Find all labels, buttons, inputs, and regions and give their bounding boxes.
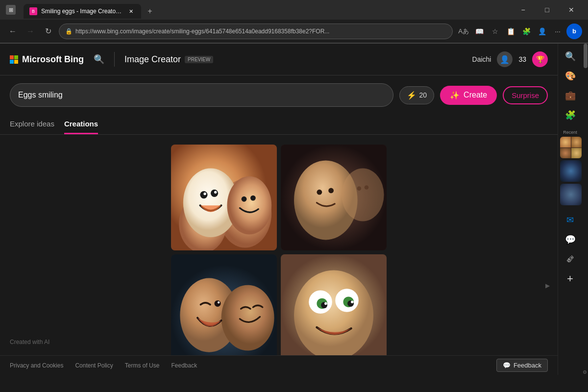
url-bar[interactable]: 🔒 https://www.bing.com/images/create/smi…: [59, 24, 453, 39]
user-avatar[interactable]: 👤: [497, 51, 513, 67]
image-cell-1[interactable]: [171, 145, 277, 250]
feedback-button[interactable]: 💬 Feedback: [496, 359, 548, 372]
main-area: Microsoft Bing 🔍 Image Creator PREVIEW D…: [0, 44, 588, 375]
sidebar-palette-icon[interactable]: 🎨: [562, 67, 579, 85]
svg-point-14: [328, 188, 334, 194]
read-aloud-icon[interactable]: Aあ: [457, 24, 470, 38]
recent-thumb-1[interactable]: [560, 137, 582, 158]
sidebar-outlook-icon[interactable]: ✉: [562, 211, 579, 229]
surprise-label: Surprise: [512, 91, 539, 99]
egg-image-1: [171, 145, 277, 250]
content-tabs: Explore ideas Creations: [0, 115, 558, 135]
create-icon: ✨: [450, 91, 460, 100]
more-tools-icon[interactable]: ···: [551, 24, 564, 38]
maximize-button[interactable]: □: [536, 2, 558, 17]
bing-copilot-icon[interactable]: b: [566, 24, 582, 39]
create-label: Create: [464, 91, 487, 99]
svg-point-7: [214, 191, 217, 194]
profile-icon[interactable]: ⊞: [6, 5, 16, 15]
top-nav: Microsoft Bing 🔍 Image Creator PREVIEW D…: [0, 44, 558, 75]
sidebar-news-icon[interactable]: 🗞: [562, 250, 579, 268]
preview-badge: PREVIEW: [185, 56, 213, 63]
footer: Privacy and Cookies Content Policy Terms…: [0, 355, 558, 375]
browser-chrome: ⊞ B Smiling eggs - Image Creator fro ✕ +…: [0, 0, 588, 44]
microsoft-logo: [10, 55, 18, 64]
nav-search-icon[interactable]: 🔍: [94, 54, 104, 65]
svg-point-5: [211, 190, 218, 197]
close-button[interactable]: ✕: [560, 2, 582, 17]
content-policy-link[interactable]: Content Policy: [75, 362, 113, 369]
account-icon[interactable]: 👤: [535, 24, 549, 38]
tab-explore-ideas[interactable]: Explore ideas: [10, 115, 54, 134]
recent-title: Recent: [560, 130, 580, 135]
trophy-icon: 🏆: [532, 51, 548, 67]
window-controls: − □ ✕: [512, 2, 582, 17]
explore-ideas-label: Explore ideas: [10, 120, 54, 128]
svg-point-22: [218, 301, 220, 303]
recent-section: Recent: [558, 128, 582, 209]
svg-point-21: [215, 300, 221, 307]
egg-image-2: [281, 145, 387, 250]
new-tab-button[interactable]: +: [143, 4, 157, 18]
svg-point-6: [203, 193, 206, 195]
sidebar-messenger-icon[interactable]: 💬: [562, 231, 579, 248]
forward-button[interactable]: →: [24, 24, 37, 38]
boost-icon: ⚡: [407, 91, 416, 100]
sidebar-search-icon[interactable]: 🔍: [562, 48, 579, 65]
feedback-icon: 💬: [503, 362, 511, 369]
minimize-button[interactable]: −: [512, 2, 534, 17]
active-tab[interactable]: B Smiling eggs - Image Creator fro ✕: [24, 4, 141, 19]
create-button[interactable]: ✨ Create: [440, 86, 497, 105]
svg-point-8: [227, 176, 271, 235]
recent-mini-2: [571, 137, 582, 147]
search-input[interactable]: [18, 91, 385, 99]
feedback-label: Feedback: [514, 362, 541, 369]
svg-point-10: [250, 196, 256, 201]
collections-icon[interactable]: 📋: [504, 24, 517, 38]
svg-point-20: [221, 285, 274, 351]
surprise-button[interactable]: Surprise: [503, 86, 548, 104]
image-cell-2[interactable]: [281, 145, 387, 250]
title-bar: ⊞ B Smiling eggs - Image Creator fro ✕ +…: [0, 0, 588, 20]
scroll-settings[interactable]: ⚙: [582, 369, 588, 375]
browser-toolbar: Aあ 📖 ☆ 📋 🧩 👤 ··· b: [457, 24, 582, 39]
refresh-button[interactable]: ↻: [41, 24, 55, 38]
scrollbar-track[interactable]: ⚙: [582, 44, 588, 375]
url-text: https://www.bing.com/images/create/smili…: [75, 28, 446, 35]
recent-mini-3: [560, 148, 571, 159]
svg-point-4: [200, 191, 207, 198]
svg-point-32: [351, 301, 353, 303]
sidebar-add-icon[interactable]: +: [562, 270, 579, 288]
extensions-icon[interactable]: 🧩: [519, 24, 533, 38]
points-count: 33: [518, 55, 526, 63]
boost-button[interactable]: ⚡ 20: [399, 86, 435, 104]
tab-creations[interactable]: Creations: [64, 115, 98, 134]
image-cell-3[interactable]: [171, 254, 277, 355]
feedback-footer-link[interactable]: Feedback: [171, 362, 197, 369]
image-cell-4[interactable]: [281, 254, 387, 355]
scroll-indicator: ▶: [545, 282, 550, 289]
tab-close-button[interactable]: ✕: [126, 7, 135, 16]
ms-bing-logo: Microsoft Bing: [10, 54, 84, 65]
sidebar-puzzle-icon[interactable]: 🧩: [562, 106, 579, 124]
settings-icon[interactable]: ⚙: [583, 369, 587, 375]
tab-favicon: B: [29, 7, 37, 15]
svg-point-16: [357, 186, 362, 191]
favorites-icon[interactable]: ☆: [488, 24, 502, 38]
privacy-link[interactable]: Privacy and Cookies: [10, 362, 63, 369]
terms-link[interactable]: Terms of Use: [125, 362, 160, 369]
recent-thumb-2[interactable]: [560, 160, 582, 182]
back-button[interactable]: ←: [6, 24, 20, 38]
svg-point-17: [365, 185, 369, 190]
sidebar-briefcase-icon[interactable]: 💼: [562, 87, 579, 104]
image-creator-label: Image Creator: [124, 54, 181, 65]
search-input-wrap[interactable]: [10, 83, 393, 107]
svg-point-15: [342, 169, 384, 221]
svg-point-31: [324, 302, 327, 305]
svg-point-13: [317, 190, 322, 195]
reader-view-icon[interactable]: 📖: [472, 24, 486, 38]
scrollbar-thumb[interactable]: [584, 44, 588, 68]
bing-text: Microsoft Bing: [22, 54, 84, 65]
recent-thumb-3[interactable]: [560, 184, 582, 205]
address-bar: ← → ↻ 🔒 https://www.bing.com/images/crea…: [0, 20, 588, 43]
